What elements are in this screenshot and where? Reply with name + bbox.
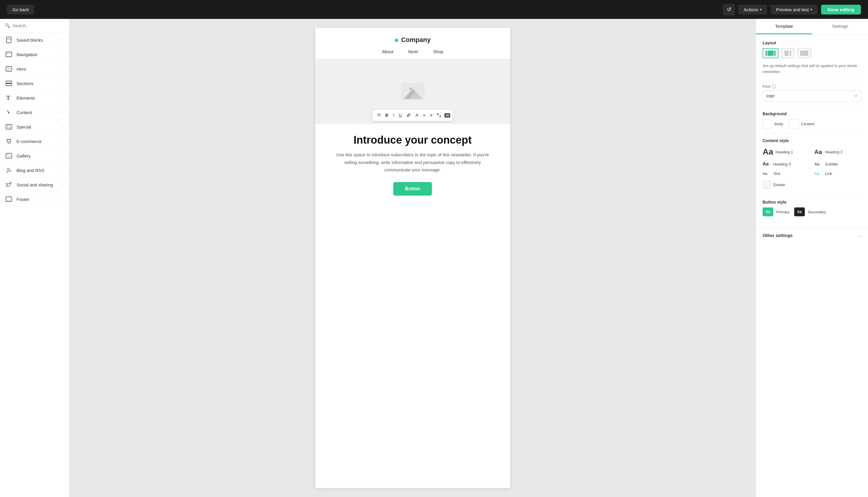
heading3-style[interactable]: Aa Heading 3 [763, 160, 810, 168]
bg-body-option[interactable]: Body [763, 119, 783, 129]
subtitle-aa: Aa [814, 162, 823, 166]
preview-chevron-icon: ▾ [810, 8, 812, 12]
toolbar-expand-button[interactable] [435, 112, 443, 119]
toolbar-color-button[interactable]: A [413, 111, 420, 119]
svg-rect-5 [7, 67, 11, 69]
layout-option-3[interactable] [797, 48, 811, 58]
toolbar-link-button[interactable] [404, 112, 413, 119]
canvas: ◆ Company About New! Shop [69, 19, 756, 497]
sidebar-item-blog-rss[interactable]: Blog and RSS › [0, 163, 69, 178]
toolbar-align-button[interactable]: ≡ [421, 111, 427, 119]
layout-section-label: Layout [763, 41, 862, 45]
preview-button[interactable]: Preview and test ▾ [770, 5, 818, 14]
svg-rect-12 [9, 125, 11, 126]
heading1-style[interactable]: Aa Heading 1 [763, 146, 810, 158]
link-style[interactable]: Aa Link [814, 170, 862, 177]
content-icon [5, 109, 13, 115]
layout-bar-3 [800, 51, 808, 56]
sidebar-item-navigation[interactable]: Navigation › [0, 47, 69, 62]
special-icon [5, 124, 13, 130]
sidebar-item-hero[interactable]: Hero › [0, 62, 69, 76]
secondary-btn-style[interactable]: Aa Secondary [794, 208, 826, 216]
ecommerce-icon [5, 138, 13, 144]
panel-tabs: Template Settings [756, 19, 868, 34]
blog-rss-chevron-icon: › [63, 168, 64, 172]
subtitle-style[interactable]: Aa Subtitle [814, 160, 862, 168]
primary-btn-label: Primary [776, 210, 790, 214]
bg-content-option[interactable]: Content [789, 119, 814, 129]
svg-rect-11 [7, 125, 8, 128]
heading1-label: Heading 1 [776, 150, 793, 154]
toolbar-underline-button[interactable]: U [397, 111, 404, 119]
sidebar-item-social[interactable]: Social and sharing › [0, 178, 69, 192]
toolbar-hash-button[interactable]: # [428, 111, 435, 119]
social-icon [5, 182, 13, 188]
done-editing-button[interactable]: Done editing [821, 5, 861, 14]
nav-link-new[interactable]: New! [408, 49, 418, 54]
layout-option-1[interactable] [763, 48, 779, 58]
background-section: Background Body Content [763, 111, 862, 129]
svg-point-22 [409, 87, 412, 90]
layout-options [763, 48, 862, 58]
topbar: Go back ↺ Actions ▾ Preview and test ▾ D… [0, 0, 868, 19]
tab-template[interactable]: Template [756, 19, 812, 34]
floating-toolbar: Tf B I U A ≡ # AI [372, 109, 453, 121]
social-chevron-icon: › [63, 183, 64, 187]
email-headline[interactable]: Introduce your concept [333, 133, 492, 146]
preview-label: Preview and test [776, 7, 809, 12]
content-bg-label: Content [801, 122, 814, 126]
saved-blocks-chevron-icon: › [63, 38, 64, 42]
search-input[interactable] [13, 23, 64, 28]
tab-settings[interactable]: Settings [812, 19, 868, 34]
heading2-style[interactable]: Aa Heading 2 [814, 146, 862, 158]
history-button[interactable]: ↺ [723, 3, 735, 15]
actions-chevron-icon: ▾ [760, 8, 762, 12]
email-body-text[interactable]: Use this space to introduce subscribers … [333, 151, 492, 174]
toolbar-italic-button[interactable]: I [391, 111, 396, 119]
divider-style-item[interactable]: Divider [763, 179, 810, 190]
sidebar-item-special[interactable]: Special › [0, 120, 69, 134]
actions-button[interactable]: Actions ▾ [738, 5, 767, 14]
sidebar-item-elements[interactable]: T Elements › [0, 91, 69, 105]
elements-label: Elements [16, 96, 60, 100]
toolbar-text-type-button[interactable]: Tf [375, 111, 383, 119]
divider-2 [763, 107, 862, 107]
secondary-btn-label: Secondary [808, 210, 826, 214]
sidebar-item-sections[interactable]: Sections › [0, 76, 69, 91]
special-label: Special [16, 124, 60, 129]
gallery-label: Gallery [16, 153, 60, 158]
heading2-aa: Aa [814, 148, 823, 155]
sidebar-item-saved-blocks[interactable]: Saved blocks › [0, 33, 69, 47]
primary-btn-style[interactable]: Aa Primary [763, 208, 790, 216]
sidebar-item-footer[interactable]: Footer › [0, 192, 69, 207]
go-back-button[interactable]: Go back [7, 5, 34, 14]
heading3-label: Heading 3 [773, 162, 791, 166]
background-options: Body Content [763, 119, 862, 129]
placeholder-image [401, 83, 425, 100]
body-color-swatch[interactable] [763, 119, 772, 129]
sidebar-item-ecommerce[interactable]: E-commerce › [0, 134, 69, 148]
layout-option-2[interactable] [781, 48, 794, 58]
email-content-section[interactable]: Introduce your concept Use this space to… [315, 124, 510, 205]
content-color-swatch[interactable] [789, 119, 799, 129]
sidebar-item-gallery[interactable]: Gallery › [0, 148, 69, 163]
font-select[interactable]: Inter [763, 90, 862, 102]
svg-rect-1 [6, 52, 12, 57]
other-settings-header[interactable]: Other settings ⌄ [763, 232, 862, 238]
sidebar-item-content[interactable]: Content › [0, 105, 69, 120]
font-info-icon[interactable]: i [772, 85, 776, 89]
nav-link-about[interactable]: About [382, 49, 393, 54]
actions-label: Actions [744, 7, 758, 12]
sections-chevron-icon: › [63, 81, 64, 85]
secondary-btn-preview: Aa [794, 208, 805, 216]
sections-label: Sections [16, 81, 60, 86]
font-label: Font i [763, 84, 862, 89]
right-panel: Template Settings Layout [756, 19, 868, 497]
toolbar-bold-button[interactable]: B [383, 111, 390, 119]
history-icon: ↺ [727, 6, 731, 13]
sidebar: 🔍 Saved blocks › Navigation › Hero › [0, 19, 69, 497]
email-cta-button[interactable]: Button [393, 182, 432, 196]
layout-bar-2a [784, 51, 789, 56]
nav-link-shop[interactable]: Shop [433, 49, 443, 54]
text-style[interactable]: Aa Text [763, 170, 810, 177]
